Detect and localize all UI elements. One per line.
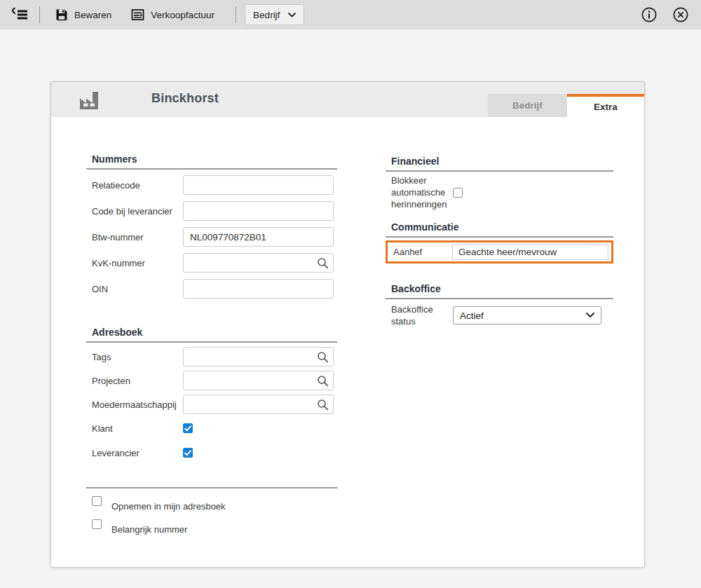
opnemen-adresboek-checkbox[interactable]: [92, 496, 102, 506]
toolbar-right-actions: [639, 4, 691, 25]
toolbar-divider: [236, 6, 236, 23]
search-icon[interactable]: [317, 351, 329, 363]
leverancier-label: Leverancier: [86, 448, 183, 458]
aanhef-label: Aanhef: [388, 246, 452, 258]
field-row-code-bij-leverancier: Code bij leverancier: [86, 201, 337, 221]
tab-bar: Bedrijf Extra: [488, 94, 644, 117]
field-row-tags: Tags: [86, 347, 337, 367]
belangrijk-nummer-checkbox[interactable]: [92, 519, 102, 529]
tab-bedrijf[interactable]: Bedrijf: [488, 94, 567, 117]
section-title-adresboek: Adresboek: [86, 327, 337, 343]
backoffice-status-select[interactable]: Actief: [453, 306, 601, 324]
save-button[interactable]: Bewaren: [48, 4, 118, 25]
search-icon[interactable]: [317, 399, 329, 411]
field-row-moedermaatschappij: Moedermaatschappij: [86, 395, 337, 414]
backoffice-status-value: Actief: [460, 310, 484, 321]
chevron-down-icon: [586, 313, 594, 318]
code-bij-leverancier-input[interactable]: [183, 201, 334, 221]
entity-type-select-value: Bedrijf: [253, 10, 280, 20]
page-title: Binckhorst: [151, 91, 219, 106]
search-icon[interactable]: [317, 375, 329, 387]
backoffice-status-label: Backoffice status: [386, 303, 453, 327]
section-title-communicatie: Communicatie: [386, 221, 613, 238]
toolbar: Bewaren Verkoopfactuur Bedrijf: [0, 0, 701, 29]
tags-input[interactable]: [183, 347, 334, 367]
sales-invoice-button[interactable]: Verkoopfactuur: [124, 4, 222, 25]
btw-nummer-label: Btw-nummer: [86, 232, 183, 242]
field-row-backoffice-status: Backoffice status Actief: [386, 303, 613, 327]
section-title-nummers: Nummers: [86, 153, 337, 170]
code-bij-leverancier-label: Code bij leverancier: [86, 206, 183, 217]
projecten-label: Projecten: [86, 376, 183, 386]
btw-nummer-input[interactable]: [183, 227, 334, 247]
left-column: Nummers Relatiecode Code bij leverancier…: [86, 117, 337, 535]
card-body: Nummers Relatiecode Code bij leverancier…: [51, 117, 644, 568]
moedermaatschappij-label: Moedermaatschappij: [86, 399, 183, 410]
relatiecode-input[interactable]: [183, 175, 334, 195]
card-header: Binckhorst Bedrijf Extra: [51, 82, 644, 117]
klant-label: Klant: [86, 423, 183, 434]
close-icon: [673, 7, 688, 22]
klant-checkbox[interactable]: [183, 423, 193, 433]
aanhef-input[interactable]: [452, 244, 608, 260]
belangrijk-nummer-label: Belangrijk nummer: [102, 519, 187, 535]
section-title-backoffice: Backoffice: [386, 283, 613, 299]
chevron-down-icon: [288, 13, 296, 18]
moedermaatschappij-input[interactable]: [183, 395, 334, 414]
sales-invoice-button-label: Verkoopfactuur: [151, 10, 215, 20]
tab-extra[interactable]: Extra: [567, 94, 644, 117]
info-button[interactable]: [639, 4, 660, 25]
leverancier-checkbox[interactable]: [183, 448, 193, 458]
field-row-projecten: Projecten: [86, 371, 337, 390]
opnemen-adresboek-label: Opnemen in mijn adresboek: [102, 496, 226, 512]
relation-detail-card: Binckhorst Bedrijf Extra Nummers Relatie…: [50, 81, 645, 568]
info-icon: [641, 7, 657, 22]
field-row-btw-nummer: Btw-nummer: [86, 227, 337, 247]
section-title-financieel: Financieel: [386, 156, 613, 172]
blokkeer-herinneringen-label: Blokkeer automatische herinneringen: [386, 175, 453, 210]
close-button[interactable]: [670, 4, 691, 25]
company-factory-icon: [78, 88, 104, 110]
field-row-kvk-nummer: KvK-nummer: [86, 253, 337, 273]
kvk-nummer-label: KvK-nummer: [86, 258, 183, 268]
collapse-menu-button[interactable]: [10, 4, 31, 25]
field-row-blokkeer-herinneringen: Blokkeer automatische herinneringen: [386, 175, 613, 210]
invoice-icon: [131, 8, 144, 21]
blokkeer-herinneringen-checkbox[interactable]: [453, 188, 463, 198]
kvk-nummer-input[interactable]: [183, 253, 334, 273]
projecten-input[interactable]: [183, 371, 334, 390]
oin-label: OIN: [86, 284, 183, 294]
relatiecode-label: Relatiecode: [86, 180, 183, 191]
field-row-oin: OIN: [86, 279, 337, 299]
search-icon[interactable]: [317, 257, 329, 269]
field-row-relatiecode: Relatiecode: [86, 175, 337, 195]
right-column: Financieel Blokkeer automatische herinne…: [386, 117, 613, 327]
save-button-label: Bewaren: [74, 10, 111, 20]
collapse-menu-icon: [12, 8, 29, 22]
field-row-belangrijk-nummer: Belangrijk nummer: [86, 519, 337, 535]
save-icon: [55, 8, 68, 21]
toolbar-divider: [39, 6, 40, 23]
section-divider: [86, 487, 337, 488]
field-row-leverancier: Leverancier: [86, 447, 337, 458]
field-row-opnemen-adresboek: Opnemen in mijn adresboek: [86, 496, 337, 512]
aanhef-highlight-row: Aanhef: [386, 240, 613, 264]
tags-label: Tags: [86, 352, 183, 362]
entity-type-select[interactable]: Bedrijf: [245, 4, 304, 25]
oin-input[interactable]: [183, 279, 334, 299]
field-row-klant: Klant: [86, 423, 337, 434]
